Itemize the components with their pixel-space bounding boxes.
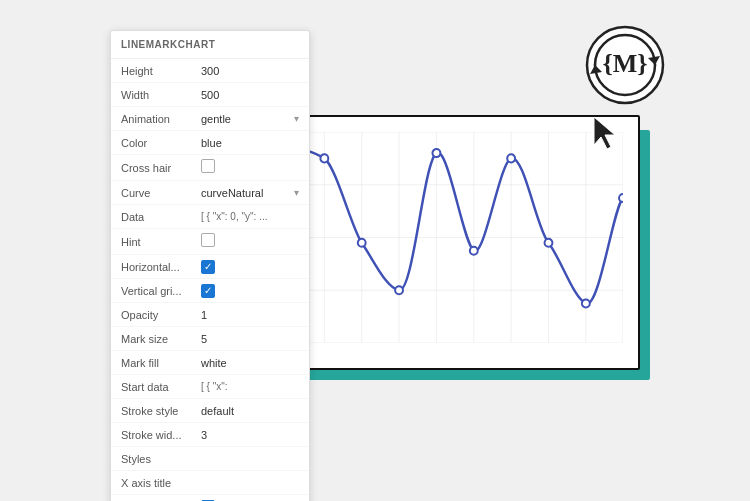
svg-text:{M}: {M}: [602, 49, 647, 78]
prop-row-show-x-la---: Show X la...✓: [111, 495, 309, 501]
prop-label: Animation: [121, 113, 201, 125]
prop-value[interactable]: ✓: [201, 259, 215, 274]
prop-row-stroke-wid---: Stroke wid...3: [111, 423, 309, 447]
prop-label: Height: [121, 65, 201, 77]
prop-value: 1: [201, 309, 299, 321]
prop-label: Start data: [121, 381, 201, 393]
prop-value: white: [201, 357, 299, 369]
prop-value: 5: [201, 333, 299, 345]
prop-value: [ { "x": 0, "y": ...: [201, 211, 299, 222]
prop-label: Mark fill: [121, 357, 201, 369]
prop-label: X axis title: [121, 477, 201, 489]
prop-value[interactable]: [201, 233, 215, 250]
prop-row-mark-fill: Mark fillwhite: [111, 351, 309, 375]
prop-row-data: Data[ { "x": 0, "y": ...: [111, 205, 309, 229]
prop-row-animation: Animationgentle▾: [111, 107, 309, 131]
prop-label: Styles: [121, 453, 201, 465]
svg-point-34: [432, 149, 440, 157]
svg-point-39: [619, 194, 623, 202]
prop-label: Hint: [121, 236, 201, 248]
chevron-down-icon: ▾: [294, 113, 299, 124]
prop-label: Vertical gri...: [121, 285, 201, 297]
chart-svg: 0 2 4 6 8 0 1 2 3 4 5 6 7 8 9: [287, 132, 623, 343]
prop-row-x-axis-title: X axis title: [111, 471, 309, 495]
prop-row-styles: Styles: [111, 447, 309, 471]
prop-row-vertical-gri---: Vertical gri...✓: [111, 279, 309, 303]
logo-svg: {M}: [580, 20, 670, 110]
svg-point-33: [395, 286, 403, 294]
chart-container: 0 2 4 6 8 0 1 2 3 4 5 6 7 8 9: [255, 115, 640, 370]
prop-value: 300: [201, 65, 299, 77]
svg-point-31: [320, 154, 328, 162]
properties-panel: LINEMARKCHART Height300Width500Animation…: [110, 30, 310, 501]
panel-title: LINEMARKCHART: [111, 31, 309, 59]
prop-row-cross-hair: Cross hair: [111, 155, 309, 181]
prop-row-mark-size: Mark size5: [111, 327, 309, 351]
prop-row-height: Height300: [111, 59, 309, 83]
main-container: LINEMARKCHART Height300Width500Animation…: [0, 0, 750, 501]
checkbox-vertical-gri---[interactable]: ✓: [201, 284, 215, 298]
prop-value: 3: [201, 429, 299, 441]
prop-label: Horizontal...: [121, 261, 201, 273]
cursor-arrow: [590, 115, 620, 158]
svg-point-37: [545, 239, 553, 247]
prop-row-start-data: Start data[ { "x":: [111, 375, 309, 399]
prop-label: Opacity: [121, 309, 201, 321]
chevron-down-icon: ▾: [294, 187, 299, 198]
checkbox-hint[interactable]: [201, 233, 215, 247]
prop-label: Stroke wid...: [121, 429, 201, 441]
svg-point-38: [582, 299, 590, 307]
checkbox-cross-hair[interactable]: [201, 159, 215, 173]
logo-container: {M}: [580, 20, 670, 110]
prop-row-opacity: Opacity1: [111, 303, 309, 327]
prop-value[interactable]: gentle▾: [201, 113, 299, 125]
prop-row-color: Colorblue: [111, 131, 309, 155]
svg-point-35: [470, 247, 478, 255]
prop-label: Cross hair: [121, 162, 201, 174]
prop-row-width: Width500: [111, 83, 309, 107]
prop-label: Color: [121, 137, 201, 149]
svg-point-32: [358, 239, 366, 247]
svg-point-36: [507, 154, 515, 162]
prop-value: default: [201, 405, 299, 417]
prop-row-hint: Hint: [111, 229, 309, 255]
prop-row-stroke-style: Stroke styledefault: [111, 399, 309, 423]
prop-label: Stroke style: [121, 405, 201, 417]
prop-value: 500: [201, 89, 299, 101]
prop-label: Mark size: [121, 333, 201, 345]
prop-label: Curve: [121, 187, 201, 199]
prop-row-curve: CurvecurveNatural▾: [111, 181, 309, 205]
svg-marker-44: [594, 117, 615, 149]
prop-row-horizontal---: Horizontal...✓: [111, 255, 309, 279]
prop-label: Data: [121, 211, 201, 223]
prop-label: Width: [121, 89, 201, 101]
prop-value[interactable]: [201, 159, 215, 176]
prop-value[interactable]: ✓: [201, 283, 215, 298]
prop-value: blue: [201, 137, 299, 149]
checkbox-horizontal---[interactable]: ✓: [201, 260, 215, 274]
prop-value[interactable]: curveNatural▾: [201, 187, 299, 199]
prop-value: [ { "x":: [201, 381, 299, 392]
